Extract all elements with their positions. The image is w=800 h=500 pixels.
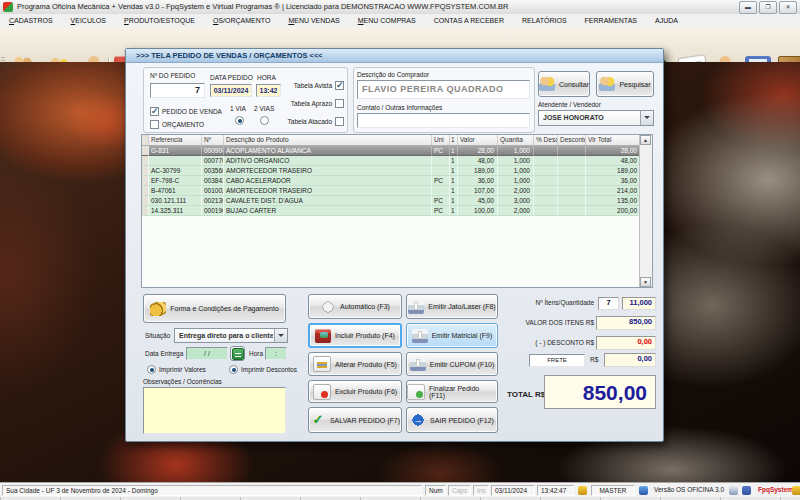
table-row[interactable]: EF-798-C 003843 CABO ACELERADOR PC 1 36,… (142, 176, 652, 186)
status-combo[interactable]: Entrega direto para o cliente (174, 328, 288, 343)
print-values-radio[interactable] (147, 365, 156, 374)
table-row[interactable]: 14.325.311 000190 BUJAO CARTER PC 1 100,… (142, 206, 652, 216)
status-user: MASTER (591, 485, 635, 496)
delivery-date-label: Data Entrega (145, 350, 183, 357)
scroll-down-icon[interactable]: ▼ (640, 277, 651, 287)
print-values-label: Imprimir Valores (159, 366, 206, 373)
order-date-label: DATA PEDIDO (210, 74, 253, 81)
one-copy-label: 1 VIA (230, 105, 246, 112)
freight-button[interactable]: FRETE (529, 354, 585, 367)
quote-checkbox[interactable] (150, 120, 159, 129)
restore-button[interactable]: ❐ (759, 1, 777, 14)
discount-box: 0,00 (596, 336, 656, 350)
dialog-title: >>> TELA PEDIDO DE VENDAS / ORÇAMENTOS <… (126, 49, 663, 63)
order-number-field[interactable]: 7 (150, 83, 205, 98)
items-value-label: VALOR DOS ITENS R$ (500, 319, 594, 326)
printer-icon (410, 357, 426, 371)
status-location: Sua Cidade - UF 3 de Novembro de 2024 - … (2, 485, 422, 496)
wholesale-table-checkbox[interactable] (335, 117, 344, 126)
status-num: Num (425, 485, 446, 496)
version-icon (639, 486, 648, 495)
delete-product-button[interactable]: Excluir Produto (F6) (308, 380, 402, 403)
quote-checkbox-label: ORÇAMENTO (162, 121, 204, 128)
two-copies-radio[interactable] (260, 116, 269, 125)
table-row[interactable]: 030.121.111 002130 CAVALETE DIST. D'AGUA… (142, 196, 652, 206)
delete-card-icon (313, 384, 331, 400)
delivery-time-field[interactable]: : (265, 347, 287, 360)
chevron-down-icon[interactable] (640, 111, 653, 125)
order-date-field[interactable]: 03/11/2024 (210, 84, 252, 97)
items-count-box: 7 (598, 297, 619, 310)
delivery-time-label: Hora (249, 350, 263, 357)
table-row[interactable]: G-831 000904 ACOPLAMENTO ALAVANCA PC 1 2… (142, 146, 652, 156)
edit-product-button[interactable]: Alterar Produto (F5) (308, 352, 402, 376)
menu-item[interactable]: RELATÓRIOS (513, 14, 576, 27)
payment-terms-button[interactable]: Forma e Condições de Pagamento (143, 294, 286, 323)
calendar-button[interactable] (230, 346, 245, 361)
menu-item[interactable]: CONTAS A RECEBER (425, 14, 513, 27)
buyer-label: Descrição do Comprador (357, 71, 429, 78)
term-table-checkbox[interactable] (335, 99, 344, 108)
monitor-status-icon (742, 486, 751, 495)
chevron-down-icon[interactable] (274, 329, 287, 342)
exit-order-button[interactable]: → SAIR PEDIDO (F12) (406, 407, 498, 433)
automatic-button[interactable]: Automático (F3) (308, 294, 402, 319)
search-button-label: Pesquisar (619, 81, 650, 88)
scroll-up-icon[interactable]: ▲ (640, 135, 651, 145)
grid-scrollbar[interactable]: ▲ ▼ (639, 135, 652, 287)
print-coupon-button[interactable]: Emitir CUPOM (F10) (406, 352, 498, 376)
menu-item[interactable]: MENU VENDAS (279, 14, 348, 27)
delivery-date-field[interactable]: / / (186, 347, 228, 360)
seller-label: Atendente / Vendedor (538, 101, 601, 108)
contact-field[interactable] (357, 113, 530, 128)
contact-label: Contato / Outras Informações (357, 104, 442, 111)
finalize-order-button[interactable]: Finalizar Pedido (F11) (406, 380, 498, 403)
search-people-icon (599, 77, 615, 91)
check-icon: ✓ (310, 413, 326, 427)
sales-order-checkbox[interactable] (150, 107, 159, 116)
menu-item[interactable]: CADASTROS (0, 14, 62, 27)
seller-combo[interactable]: JOSE HONORATO (538, 110, 654, 126)
menu-item[interactable]: VEICULOS (62, 14, 115, 27)
minimize-button[interactable]: ▬ (739, 1, 757, 14)
edit-product-label: Alterar Produto (F5) (335, 361, 397, 368)
total-box: 850,00 (544, 375, 656, 409)
print-discounts-radio[interactable] (229, 365, 238, 374)
document-check-icon (407, 384, 425, 400)
table-row[interactable]: B-47061 001002 AMORTECEDOR TRASEIRO 1 10… (142, 186, 652, 196)
status-ins: Ins (473, 485, 489, 496)
menu-item[interactable]: PRODUTO/ESTOQUE (115, 14, 204, 27)
search-button[interactable]: Pesquisar (596, 71, 654, 97)
delete-product-label: Excluir Produto (F6) (335, 388, 397, 395)
col-desconto: Desconto (558, 135, 586, 145)
menubar: CADASTROSVEICULOSPRODUTO/ESTOQUEOS/ORÇAM… (0, 14, 800, 28)
menu-item[interactable]: OS/ORÇAMENTO (204, 14, 279, 27)
buyer-name-field[interactable]: FLAVIO PEREIRA QUADRADO (357, 80, 530, 99)
order-number-label: Nº DO PEDIDO (150, 72, 195, 79)
items-value-box: 850,00 (596, 316, 656, 330)
consult-button[interactable]: Consultar (538, 71, 590, 97)
add-product-label: Incluir Produto (F4) (335, 332, 395, 339)
close-button[interactable]: ✕ (779, 1, 797, 14)
print-laser-button[interactable]: Emitir Jato/Laser (F8) (406, 294, 498, 319)
print-matrix-button[interactable]: Emitir Matricial (F9) (406, 323, 498, 348)
items-qty-label: Nº Ítens/Quantidade (500, 299, 594, 306)
wholesale-table-label: Tabela Atacado (282, 118, 332, 125)
products-grid[interactable]: Referencia Nº Descrição do Produto Uni 1… (141, 134, 653, 288)
order-time-field[interactable]: 13:42 (256, 84, 281, 97)
notes-textarea[interactable] (143, 387, 286, 434)
quantity-box: 11,000 (622, 297, 656, 310)
add-product-button[interactable]: Incluir Produto (F4) (308, 323, 402, 348)
term-table-label: Tabela Aprazo (287, 100, 332, 107)
menu-item[interactable]: AJUDA (646, 14, 687, 27)
col-uni: Uni (432, 135, 450, 145)
menu-item[interactable]: MENU COMPRAS (349, 14, 425, 27)
freight-box: 0,00 (604, 353, 656, 367)
one-copy-radio[interactable] (235, 116, 244, 125)
save-order-button[interactable]: ✓ SALVAR PEDIDO (F7) (308, 407, 402, 433)
table-row[interactable]: AC-30799 003566 AMORTECEDOR TRASEIRO 1 1… (142, 166, 652, 176)
table-row[interactable]: 000776 ADITIVO ORGANICO 1 48,00 1,000 48… (142, 156, 652, 166)
cash-table-checkbox[interactable] (335, 81, 344, 90)
menu-item[interactable]: FERRAMENTAS (576, 14, 646, 27)
screen: Programa Oficina Mecânica + Vendas v3.0 … (0, 0, 800, 500)
